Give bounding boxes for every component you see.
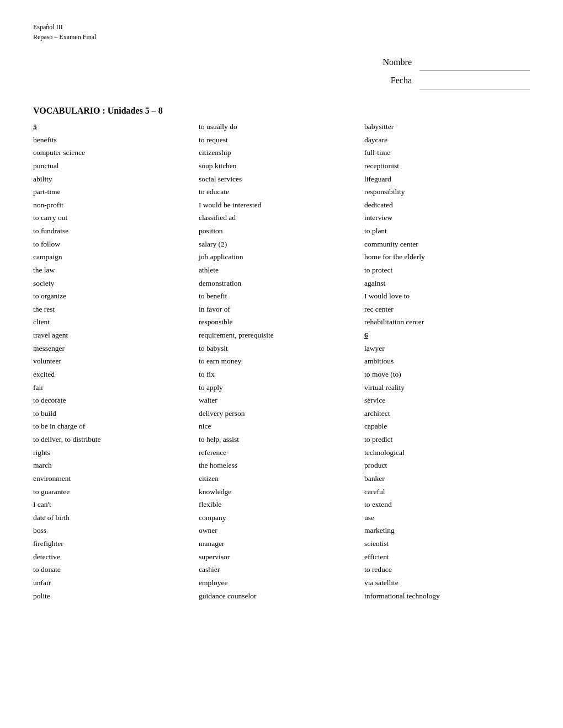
list-item: home for the elderly [364, 250, 530, 264]
list-item: social services [199, 173, 364, 186]
header-info: Español III Repaso – Examen Final [33, 22, 530, 42]
list-item: messenger [33, 342, 199, 355]
list-item: fair [33, 381, 199, 394]
fecha-line: Fecha [33, 71, 530, 89]
list-item: full-time [364, 146, 530, 159]
list-item: to fundraise [33, 224, 199, 238]
nombre-blank [419, 53, 530, 71]
list-item: company [199, 511, 364, 524]
list-item: the homeless [199, 459, 364, 472]
list-item: to plant [364, 224, 530, 238]
column-2: to usually doto requestcitizenshipsoup k… [199, 120, 364, 602]
list-item: classified ad [199, 211, 364, 224]
list-item: I would be interested [199, 199, 364, 212]
list-item: to babysit [199, 342, 364, 355]
list-item: rec center [364, 303, 530, 316]
list-item: receptionist [364, 159, 530, 173]
list-item: reference [199, 446, 364, 459]
list-item: excited [33, 368, 199, 381]
list-item: delivery person [199, 407, 364, 420]
list-item: use [364, 511, 530, 524]
list-item: part-time [33, 185, 199, 199]
list-item: boss [33, 524, 199, 537]
nombre-fecha-block: Nombre Fecha [33, 53, 530, 89]
list-item: efficient [364, 550, 530, 564]
list-item: 5 [33, 120, 199, 133]
list-item: citizen [199, 472, 364, 485]
list-item: to predict [364, 433, 530, 446]
list-item: to build [33, 407, 199, 420]
list-item: owner [199, 524, 364, 537]
list-item: job application [199, 250, 364, 264]
list-item: to earn money [199, 355, 364, 368]
list-item: informational technology [364, 590, 530, 603]
list-item: product [364, 459, 530, 472]
nombre-label: Nombre [383, 57, 412, 67]
list-item: requirement, prerequisite [199, 329, 364, 342]
list-item: nice [199, 420, 364, 433]
list-item: non-profit [33, 199, 199, 212]
list-item: salary (2) [199, 238, 364, 251]
list-item: cashier [199, 563, 364, 576]
list-item: to benefit [199, 290, 364, 303]
list-item: to fix [199, 368, 364, 381]
list-item: date of birth [33, 511, 199, 524]
list-item: knowledge [199, 485, 364, 499]
header-line1: Español III [33, 22, 530, 32]
list-item: lawyer [364, 342, 530, 355]
list-item: environment [33, 472, 199, 485]
list-item: architect [364, 407, 530, 420]
list-item: computer science [33, 146, 199, 159]
list-item: employee [199, 576, 364, 590]
list-item: banker [364, 472, 530, 485]
list-item: to organize [33, 290, 199, 303]
list-item: waiter [199, 394, 364, 407]
list-item: ambitious [364, 355, 530, 368]
list-item: to usually do [199, 120, 364, 133]
list-item: babysitter [364, 120, 530, 133]
list-item: to donate [33, 563, 199, 576]
list-item: to decorate [33, 394, 199, 407]
list-item: interview [364, 211, 530, 224]
list-item: to be in charge of [33, 420, 199, 433]
list-item: capable [364, 420, 530, 433]
fecha-blank [419, 71, 530, 89]
list-item: flexible [199, 498, 364, 511]
list-item: detective [33, 550, 199, 564]
list-item: service [364, 394, 530, 407]
list-item: unfair [33, 576, 199, 590]
list-item: community center [364, 238, 530, 251]
list-item: to carry out [33, 211, 199, 224]
header-line2: Repaso – Examen Final [33, 32, 530, 42]
list-item: virtual reality [364, 381, 530, 394]
list-item: to guarantee [33, 485, 199, 499]
list-item: I would love to [364, 290, 530, 303]
list-item: responsible [199, 315, 364, 329]
list-item: via satellite [364, 576, 530, 590]
list-item: dedicated [364, 199, 530, 212]
list-item: scientist [364, 537, 530, 550]
list-item: to extend [364, 498, 530, 511]
list-item: to move (to) [364, 368, 530, 381]
list-item: citizenship [199, 146, 364, 159]
list-item: 6 [364, 329, 530, 342]
list-item: travel agent [33, 329, 199, 342]
list-item: daycare [364, 133, 530, 147]
list-item: to deliver, to distribute [33, 433, 199, 446]
list-item: to help, assist [199, 433, 364, 446]
page-title: VOCABULARIO : Unidades 5 – 8 [33, 106, 530, 116]
list-item: benefits [33, 133, 199, 147]
list-item: to follow [33, 238, 199, 251]
list-item: to request [199, 133, 364, 147]
list-item: the law [33, 264, 199, 277]
list-item: position [199, 224, 364, 238]
list-item: society [33, 277, 199, 290]
list-item: volunteer [33, 355, 199, 368]
column-3: babysitterdaycarefull-timereceptionistli… [364, 120, 530, 602]
list-item: polite [33, 590, 199, 603]
list-item: in favor of [199, 303, 364, 316]
list-item: marketing [364, 524, 530, 537]
list-item: against [364, 277, 530, 290]
list-item: careful [364, 485, 530, 499]
list-item: to reduce [364, 563, 530, 576]
